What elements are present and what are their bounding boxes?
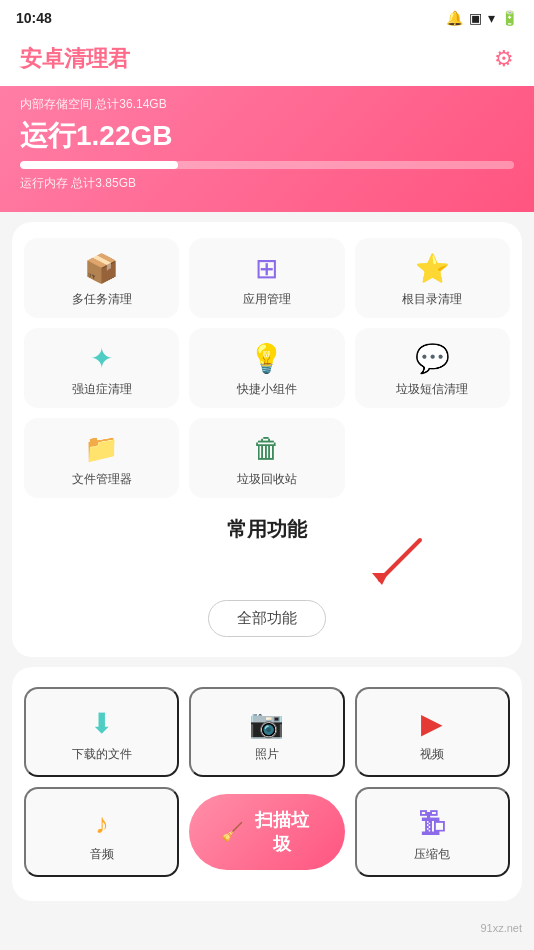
audio-label: 音频	[90, 846, 114, 863]
smsclean-icon: 💬	[415, 342, 450, 375]
media-item-archive[interactable]: 🗜 压缩包	[355, 787, 510, 877]
feature-item-deepclean[interactable]: ✦ 强迫症清理	[24, 328, 179, 408]
media-item-downloads[interactable]: ⬇ 下载的文件	[24, 687, 179, 777]
downloads-label: 下载的文件	[72, 746, 132, 763]
media-item-audio[interactable]: ♪ 音频	[24, 787, 179, 877]
media-item-photos[interactable]: 📷 照片	[189, 687, 344, 777]
wifi-icon: ▾	[488, 10, 495, 26]
feature-item-smsclean[interactable]: 💬 垃圾短信清理	[355, 328, 510, 408]
msg-icon: ▣	[469, 10, 482, 26]
storage-info-top: 内部存储空间 总计36.14GB	[20, 96, 514, 113]
second-card: ⬇ 下载的文件 📷 照片 ▶ 视频 ♪ 音频 🧹 扫描垃圾 🗜 压缩包	[12, 667, 522, 901]
red-arrow-icon	[360, 535, 430, 595]
photos-icon: 📷	[249, 707, 284, 740]
rootclean-label: 根目录清理	[402, 291, 462, 308]
appmanage-label: 应用管理	[243, 291, 291, 308]
running-label: 运行1.22GB	[20, 117, 514, 155]
app-title: 安卓清理君	[20, 44, 130, 74]
archive-icon: 🗜	[418, 807, 446, 840]
status-icons: 🔔 ▣ ▾ 🔋	[446, 10, 518, 26]
pink-banner: 内部存储空间 总计36.14GB 运行1.22GB 运行内存 总计3.85GB	[0, 86, 534, 212]
widget-label: 快捷小组件	[237, 381, 297, 398]
multitask-label: 多任务清理	[72, 291, 132, 308]
feature-item-multitask[interactable]: 📦 多任务清理	[24, 238, 179, 318]
recycle-label: 垃圾回收站	[237, 471, 297, 488]
appmanage-icon: ⊞	[255, 252, 278, 285]
arrow-area	[24, 555, 510, 605]
audio-icon: ♪	[95, 808, 109, 840]
video-icon: ▶	[421, 707, 443, 740]
widget-icon: 💡	[249, 342, 284, 375]
settings-button[interactable]: ⚙	[494, 46, 514, 72]
deepclean-icon: ✦	[90, 342, 113, 375]
filemanager-icon: 📁	[84, 432, 119, 465]
recycle-icon: 🗑	[253, 432, 281, 465]
scan-label: 扫描垃圾	[251, 808, 312, 856]
video-label: 视频	[420, 746, 444, 763]
multitask-icon: 📦	[84, 252, 119, 285]
deepclean-label: 强迫症清理	[72, 381, 132, 398]
header: 安卓清理君 ⚙	[0, 36, 534, 86]
common-functions-title: 常用功能	[24, 516, 510, 543]
status-time: 10:48	[16, 10, 52, 26]
main-card: 📦 多任务清理 ⊞ 应用管理 ⭐ 根目录清理 ✦ 强迫症清理 💡 快捷小组件 💬…	[12, 222, 522, 657]
gear-icon: ⚙	[494, 46, 514, 71]
battery-icon: 🔋	[501, 10, 518, 26]
media-grid: ⬇ 下载的文件 📷 照片 ▶ 视频 ♪ 音频 🧹 扫描垃圾 🗜 压缩包	[24, 687, 510, 877]
photos-label: 照片	[255, 746, 279, 763]
storage-info-bottom: 运行内存 总计3.85GB	[20, 175, 514, 192]
svg-marker-1	[372, 573, 388, 585]
feature-item-widget[interactable]: 💡 快捷小组件	[189, 328, 344, 408]
feature-item-filemanager[interactable]: 📁 文件管理器	[24, 418, 179, 498]
status-bar: 10:48 🔔 ▣ ▾ 🔋	[0, 0, 534, 36]
scan-center-cell: 🧹 扫描垃圾	[189, 787, 344, 877]
feature-item-recycle[interactable]: 🗑 垃圾回收站	[189, 418, 344, 498]
all-functions-button[interactable]: 全部功能	[208, 600, 326, 637]
feature-item-appmanage[interactable]: ⊞ 应用管理	[189, 238, 344, 318]
smsclean-label: 垃圾短信清理	[396, 381, 468, 398]
notification-icon: 🔔	[446, 10, 463, 26]
media-item-video[interactable]: ▶ 视频	[355, 687, 510, 777]
watermark: 91xz.net	[480, 922, 522, 934]
rootclean-icon: ⭐	[415, 252, 450, 285]
feature-grid: 📦 多任务清理 ⊞ 应用管理 ⭐ 根目录清理 ✦ 强迫症清理 💡 快捷小组件 💬…	[24, 238, 510, 498]
progress-bar-fill	[20, 161, 178, 169]
filemanager-label: 文件管理器	[72, 471, 132, 488]
downloads-icon: ⬇	[90, 707, 113, 740]
archive-label: 压缩包	[414, 846, 450, 863]
scan-button[interactable]: 🧹 扫描垃圾	[189, 794, 344, 870]
progress-bar-container	[20, 161, 514, 169]
feature-item-rootclean[interactable]: ⭐ 根目录清理	[355, 238, 510, 318]
broom-icon: 🧹	[221, 821, 243, 843]
common-functions-section: 常用功能 全部功能	[24, 516, 510, 637]
